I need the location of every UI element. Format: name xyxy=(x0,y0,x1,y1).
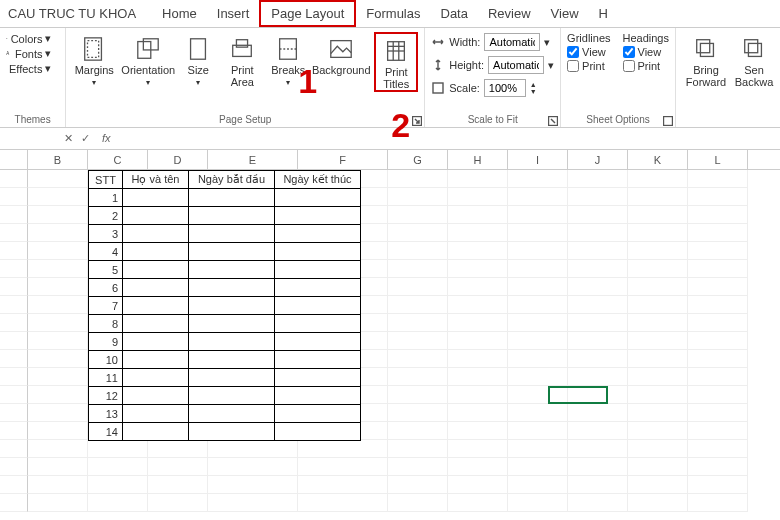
print-area-button[interactable]: Print Area xyxy=(220,32,264,88)
scale-pct-input[interactable] xyxy=(484,79,526,97)
tab-page-layout[interactable]: Page Layout xyxy=(259,0,356,27)
col-E[interactable]: E xyxy=(208,150,298,169)
col-F[interactable]: F xyxy=(298,150,388,169)
themes-colors[interactable]: Colors▾ xyxy=(6,32,51,45)
table-row[interactable]: 4 xyxy=(89,243,361,261)
send-backward-icon xyxy=(741,36,767,62)
data-table: STT Họ và tên Ngày bắt đầu Ngày kết thúc… xyxy=(88,170,361,441)
table-row[interactable]: 2 xyxy=(89,207,361,225)
svg-rect-2 xyxy=(6,38,7,39)
page-setup-launcher[interactable] xyxy=(412,115,422,125)
scale-pct[interactable]: Scale: ▲▼ xyxy=(431,78,537,98)
background-icon xyxy=(328,36,354,62)
scale-width[interactable]: Width: ▾ xyxy=(431,32,550,52)
tab-formulas[interactable]: Formulas xyxy=(356,2,430,25)
scale-width-label: Width: xyxy=(449,36,480,48)
scale-icon xyxy=(431,81,445,95)
group-arrange: Bring Forward Sen Backwa xyxy=(676,28,780,127)
table-row[interactable]: 14 xyxy=(89,423,361,441)
send-backward-button[interactable]: Sen Backwa xyxy=(734,32,774,88)
svg-rect-28 xyxy=(748,43,761,56)
table-row[interactable]: 7 xyxy=(89,297,361,315)
ribbon: Colors▾ A Fonts▾ Effects▾ Themes Margins… xyxy=(0,28,780,128)
gridlines-print[interactable]: Print xyxy=(567,60,610,72)
table-row[interactable]: 9 xyxy=(89,333,361,351)
background-button[interactable]: Background xyxy=(312,32,370,76)
table-header-row: STT Họ và tên Ngày bắt đầu Ngày kết thúc xyxy=(89,171,361,189)
svg-rect-1 xyxy=(7,38,8,39)
svg-rect-7 xyxy=(88,41,99,58)
scale-launcher[interactable] xyxy=(548,115,558,125)
tab-review[interactable]: Review xyxy=(478,2,541,25)
themes-colors-label: Colors xyxy=(11,33,43,45)
table-row[interactable]: 10 xyxy=(89,351,361,369)
orientation-button[interactable]: Orientation▾ xyxy=(120,32,176,87)
themes-fonts[interactable]: A Fonts▾ xyxy=(6,47,51,60)
worksheet-grid[interactable]: STT Họ và tên Ngày bắt đầu Ngày kết thúc… xyxy=(0,170,780,512)
bring-forward-button[interactable]: Bring Forward xyxy=(682,32,730,88)
svg-rect-22 xyxy=(433,83,443,93)
print-titles-button[interactable]: Print Titles xyxy=(374,32,418,92)
table-row[interactable]: 12 xyxy=(89,387,361,405)
tab-data[interactable]: Data xyxy=(431,2,478,25)
headings-print[interactable]: Print xyxy=(623,60,669,72)
group-scale-to-fit: Width: ▾ Height: ▾ Scale: ▲▼ Scale to Fi… xyxy=(425,28,561,127)
table-row[interactable]: 1 xyxy=(89,189,361,207)
svg-rect-25 xyxy=(700,43,713,56)
table-row[interactable]: 3 xyxy=(89,225,361,243)
scale-height[interactable]: Height: ▾ xyxy=(431,55,554,75)
print-titles-label: Print Titles xyxy=(383,66,409,90)
table-row[interactable]: 8 xyxy=(89,315,361,333)
group-themes: Colors▾ A Fonts▾ Effects▾ Themes xyxy=(0,28,66,127)
width-icon xyxy=(431,35,445,49)
col-D[interactable]: D xyxy=(148,150,208,169)
svg-rect-12 xyxy=(237,40,248,47)
col-C[interactable]: C xyxy=(88,150,148,169)
table-row[interactable]: 13 xyxy=(89,405,361,423)
col-G[interactable]: G xyxy=(388,150,448,169)
svg-rect-24 xyxy=(664,117,673,126)
tab-help[interactable]: H xyxy=(589,2,618,25)
themes-fonts-label: Fonts xyxy=(15,48,43,60)
column-headers: B C D E F G H I J K L xyxy=(0,150,780,170)
document-title: CAU TRUC TU KHOA xyxy=(8,6,136,21)
table-row[interactable]: 5 xyxy=(89,261,361,279)
gridlines-view[interactable]: View xyxy=(567,46,610,58)
group-scale-label: Scale to Fit xyxy=(431,112,554,125)
svg-rect-10 xyxy=(191,39,206,59)
tab-home[interactable]: Home xyxy=(152,2,207,25)
svg-rect-27 xyxy=(745,40,758,53)
breaks-icon xyxy=(275,36,301,62)
hdr-start: Ngày bắt đầu xyxy=(189,171,275,189)
themes-effects[interactable]: Effects▾ xyxy=(6,62,51,75)
col-I[interactable]: I xyxy=(508,150,568,169)
col-L[interactable]: L xyxy=(688,150,748,169)
col-J[interactable]: J xyxy=(568,150,628,169)
col-H[interactable]: H xyxy=(448,150,508,169)
margins-button[interactable]: Margins▾ xyxy=(72,32,116,87)
group-sheet-options: Gridlines View Print Headings View Print… xyxy=(561,28,676,127)
size-label: Size xyxy=(188,64,209,76)
hdr-name: Họ và tên xyxy=(123,171,189,189)
table-row[interactable]: 6 xyxy=(89,279,361,297)
size-button[interactable]: Size▾ xyxy=(180,32,216,87)
hdr-stt: STT xyxy=(89,171,123,189)
scale-height-input[interactable] xyxy=(488,56,544,74)
group-page-setup-label: Page Setup xyxy=(72,112,418,125)
ribbon-tabs: CAU TRUC TU KHOA Home Insert Page Layout… xyxy=(0,0,780,28)
font-icon: A xyxy=(6,51,12,57)
table-row[interactable]: 11 xyxy=(89,369,361,387)
tab-insert[interactable]: Insert xyxy=(207,2,260,25)
fx-button[interactable]: ✕✓fx xyxy=(60,132,119,145)
sheet-options-launcher[interactable] xyxy=(663,115,673,125)
col-B[interactable]: B xyxy=(28,150,88,169)
headings-view[interactable]: View xyxy=(623,46,669,58)
scale-width-input[interactable] xyxy=(484,33,540,51)
fx-label: fx xyxy=(94,132,119,144)
tab-view[interactable]: View xyxy=(541,2,589,25)
breaks-button[interactable]: Breaks▾ xyxy=(268,32,308,87)
col-K[interactable]: K xyxy=(628,150,688,169)
group-page-setup: Margins▾ Orientation▾ Size▾ Print Area B… xyxy=(66,28,425,127)
svg-text:A: A xyxy=(6,51,9,56)
margins-label: Margins xyxy=(75,64,114,76)
